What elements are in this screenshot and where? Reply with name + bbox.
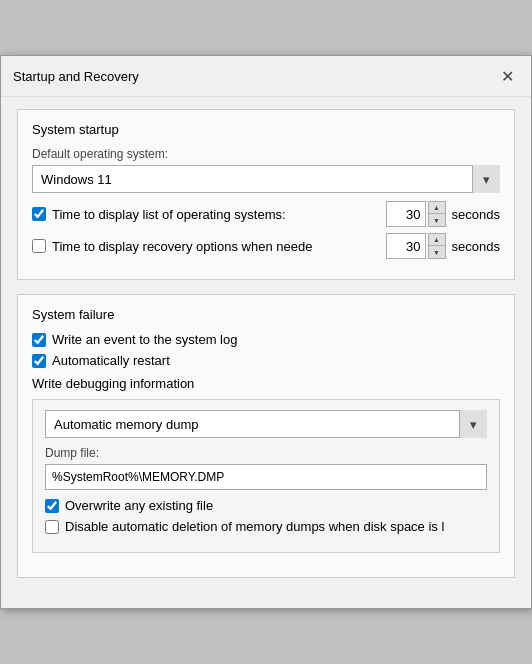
time-display-list-spin-down[interactable]: ▼ bbox=[428, 214, 446, 227]
overwrite-checkbox[interactable] bbox=[45, 499, 59, 513]
write-debugging-container: Write debugging information Automatic me… bbox=[32, 376, 500, 553]
time-display-recovery-spin-down[interactable]: ▼ bbox=[428, 246, 446, 259]
time-display-list-spin-buttons: ▲ ▼ bbox=[428, 201, 446, 227]
close-button[interactable]: ✕ bbox=[495, 64, 519, 88]
time-display-recovery-seconds: seconds bbox=[452, 239, 500, 254]
overwrite-row: Overwrite any existing file bbox=[45, 498, 487, 513]
default-os-dropdown[interactable]: Windows 11 bbox=[32, 165, 500, 193]
time-display-recovery-row: Time to display recovery options when ne… bbox=[32, 233, 500, 259]
system-failure-title: System failure bbox=[32, 307, 500, 322]
write-event-log-row: Write an event to the system log bbox=[32, 332, 500, 347]
overwrite-label: Overwrite any existing file bbox=[65, 498, 213, 513]
time-display-list-row: Time to display list of operating system… bbox=[32, 201, 500, 227]
disable-auto-delete-row: Disable automatic deletion of memory dum… bbox=[45, 519, 487, 534]
time-display-recovery-spin-up[interactable]: ▲ bbox=[428, 233, 446, 246]
time-display-list-spinner: 30 ▲ ▼ bbox=[386, 201, 446, 227]
time-display-list-label: Time to display list of operating system… bbox=[52, 207, 380, 222]
time-display-recovery-input[interactable]: 30 bbox=[386, 233, 426, 259]
auto-restart-row: Automatically restart bbox=[32, 353, 500, 368]
dump-file-input[interactable]: %SystemRoot%\MEMORY.DMP bbox=[45, 464, 487, 490]
time-display-recovery-spin-buttons: ▲ ▼ bbox=[428, 233, 446, 259]
write-event-log-label: Write an event to the system log bbox=[52, 332, 237, 347]
default-os-dropdown-wrapper: Windows 11 ▾ bbox=[32, 165, 500, 193]
debugging-subsection: Automatic memory dump Complete memory du… bbox=[32, 399, 500, 553]
write-debugging-label: Write debugging information bbox=[32, 376, 500, 391]
default-os-label: Default operating system: bbox=[32, 147, 500, 161]
default-os-field: Default operating system: Windows 11 ▾ bbox=[32, 147, 500, 193]
debugging-dropdown-wrapper: Automatic memory dump Complete memory du… bbox=[45, 410, 487, 438]
debugging-dropdown[interactable]: Automatic memory dump Complete memory du… bbox=[45, 410, 487, 438]
title-bar: Startup and Recovery ✕ bbox=[1, 56, 531, 97]
system-startup-title: System startup bbox=[32, 122, 500, 137]
time-display-list-checkbox[interactable] bbox=[32, 207, 46, 221]
time-display-recovery-spinner: 30 ▲ ▼ bbox=[386, 233, 446, 259]
startup-recovery-dialog: Startup and Recovery ✕ System startup De… bbox=[0, 55, 532, 609]
time-display-list-seconds: seconds bbox=[452, 207, 500, 222]
disable-auto-delete-label: Disable automatic deletion of memory dum… bbox=[65, 519, 444, 534]
auto-restart-checkbox[interactable] bbox=[32, 354, 46, 368]
time-display-recovery-label: Time to display recovery options when ne… bbox=[52, 239, 380, 254]
time-display-list-input[interactable]: 30 bbox=[386, 201, 426, 227]
disable-auto-delete-checkbox[interactable] bbox=[45, 520, 59, 534]
time-display-list-spin-up[interactable]: ▲ bbox=[428, 201, 446, 214]
dialog-title: Startup and Recovery bbox=[13, 69, 139, 84]
auto-restart-label: Automatically restart bbox=[52, 353, 170, 368]
write-event-log-checkbox[interactable] bbox=[32, 333, 46, 347]
time-display-recovery-checkbox[interactable] bbox=[32, 239, 46, 253]
dialog-content: System startup Default operating system:… bbox=[1, 97, 531, 608]
dump-file-label: Dump file: bbox=[45, 446, 487, 460]
system-failure-section: System failure Write an event to the sys… bbox=[17, 294, 515, 578]
system-startup-section: System startup Default operating system:… bbox=[17, 109, 515, 280]
